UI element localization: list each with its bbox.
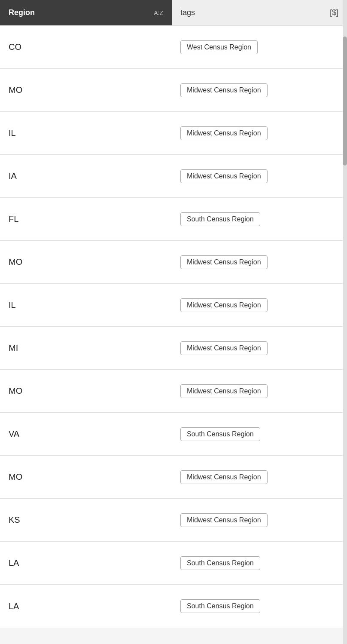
tag-badge-13[interactable]: South Census Region [180,556,260,570]
cell-region-4: IA [0,163,172,190]
tag-badge-10[interactable]: South Census Region [180,427,260,441]
cell-region-9: MO [0,377,172,405]
cell-region-8: MI [0,334,172,362]
tag-badge-3[interactable]: Midwest Census Region [180,126,268,140]
scrollbar-thumb[interactable] [343,37,347,166]
table-row: ILMidwest Census Region [0,284,347,327]
cell-tags-4: Midwest Census Region [172,161,347,192]
table-row: VASouth Census Region [0,413,347,456]
tag-badge-11[interactable]: Midwest Census Region [180,470,268,484]
tag-badge-6[interactable]: Midwest Census Region [180,255,268,269]
table-row: ILMidwest Census Region [0,112,347,155]
tag-badge-7[interactable]: Midwest Census Region [180,298,268,312]
table-row: KSMidwest Census Region [0,499,347,542]
cell-tags-10: South Census Region [172,419,347,450]
cell-region-6: MO [0,248,172,276]
tag-badge-8[interactable]: Midwest Census Region [180,341,268,355]
table-row: MIMidwest Census Region [0,327,347,370]
cell-region-3: IL [0,120,172,147]
cell-region-12: KS [0,506,172,534]
cell-region-5: FL [0,205,172,233]
cell-tags-1: West Census Region [172,32,347,63]
tag-badge-12[interactable]: Midwest Census Region [180,513,268,527]
cell-tags-6: Midwest Census Region [172,247,347,278]
cell-region-14: LA [0,593,172,620]
region-header-label: Region [9,8,35,17]
table-row: FLSouth Census Region [0,198,347,241]
tags-link-icon: [$] [330,8,338,17]
table-row: IAMidwest Census Region [0,155,347,198]
cell-region-2: MO [0,77,172,104]
tags-column-header[interactable]: tags [$] [172,0,347,25]
table-row: LASouth Census Region [0,585,347,628]
cell-tags-9: Midwest Census Region [172,376,347,407]
cell-tags-11: Midwest Census Region [172,462,347,493]
table-body: COWest Census RegionMOMidwest Census Reg… [0,26,347,628]
table-container: Region A:Z tags [$] COWest Census Region… [0,0,347,628]
tag-badge-9[interactable]: Midwest Census Region [180,384,268,398]
scrollbar[interactable] [343,0,347,644]
region-column-header[interactable]: Region A:Z [0,0,172,25]
cell-tags-7: Midwest Census Region [172,290,347,321]
table-header: Region A:Z tags [$] [0,0,347,26]
table-row: MOMidwest Census Region [0,456,347,499]
cell-region-11: MO [0,463,172,491]
cell-region-10: VA [0,420,172,448]
tag-badge-2[interactable]: Midwest Census Region [180,83,268,97]
cell-tags-14: South Census Region [172,591,347,622]
tag-badge-5[interactable]: South Census Region [180,212,260,226]
cell-tags-12: Midwest Census Region [172,505,347,536]
tag-badge-14[interactable]: South Census Region [180,599,260,613]
cell-tags-13: South Census Region [172,548,347,579]
cell-tags-3: Midwest Census Region [172,118,347,149]
table-row: MOMidwest Census Region [0,241,347,284]
cell-tags-5: South Census Region [172,204,347,235]
table-row: MOMidwest Census Region [0,69,347,112]
cell-region-13: LA [0,549,172,577]
cell-tags-8: Midwest Census Region [172,333,347,364]
tag-badge-4[interactable]: Midwest Census Region [180,169,268,183]
cell-region-1: CO [0,34,172,61]
region-sort-indicator: A:Z [154,9,163,16]
table-row: LASouth Census Region [0,542,347,585]
table-row: COWest Census Region [0,26,347,69]
cell-tags-2: Midwest Census Region [172,75,347,106]
tags-header-label: tags [180,8,195,17]
table-row: MOMidwest Census Region [0,370,347,413]
tag-badge-1[interactable]: West Census Region [180,40,258,54]
cell-region-7: IL [0,291,172,319]
